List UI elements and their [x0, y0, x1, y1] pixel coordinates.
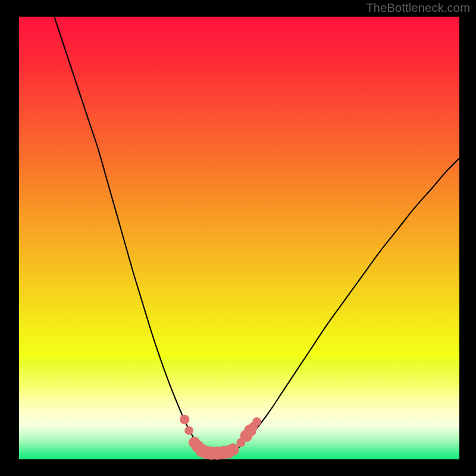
bottleneck-chart: TheBottleneck.com [0, 0, 476, 476]
highlight-dot [227, 443, 239, 456]
plot-background [19, 17, 459, 459]
highlight-dot [184, 426, 193, 435]
highlight-dot [180, 415, 189, 424]
attribution-label: TheBottleneck.com [366, 1, 470, 15]
highlight-dot [252, 417, 261, 426]
chart-canvas [0, 0, 476, 476]
